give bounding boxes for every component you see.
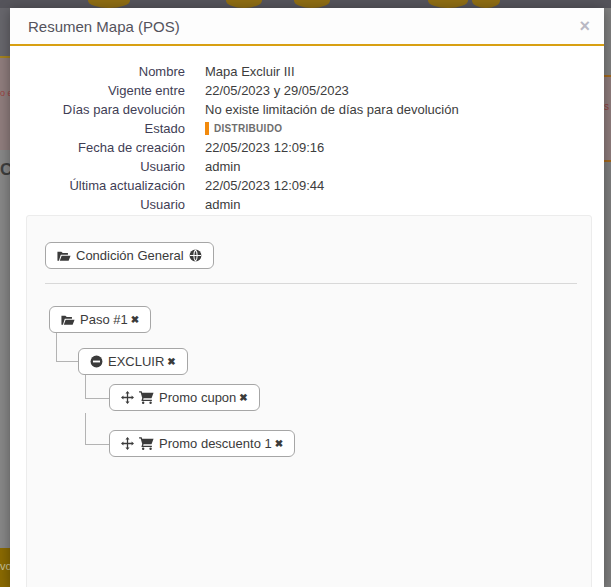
summary-row: Última actualización 22/05/2023 12:09:44	[10, 176, 604, 195]
tree-node-promo-descuento-1[interactable]: Promo descuento 1 ✖	[109, 430, 295, 457]
background-logo-blob	[428, 0, 468, 8]
background-alert-fragment: o e	[0, 58, 10, 150]
summary-label: Usuario	[10, 195, 185, 214]
tree-node-label: EXCLUIR	[108, 354, 164, 369]
background-alert-text-right: s	[604, 101, 609, 112]
status-indicator-bar	[205, 122, 209, 135]
background-logo-blob	[294, 0, 330, 8]
cart-icon	[139, 391, 154, 404]
tree-node-label: Condición General	[76, 248, 184, 263]
tree-panel: Condición General Paso #1 ✖ E	[26, 215, 592, 587]
tree-connector	[56, 331, 79, 362]
tree-connector	[85, 413, 110, 445]
background-alert-text: o e	[0, 88, 10, 98]
remove-icon[interactable]: ✖	[275, 438, 283, 449]
tree-node-excluir[interactable]: EXCLUIR ✖	[78, 348, 188, 375]
modal-body: Nombre Mapa Excluir III Vigente entre 22…	[10, 46, 604, 587]
summary-label: Última actualización	[10, 176, 185, 195]
tree-node-label: Promo descuento 1	[159, 436, 272, 451]
move-icon[interactable]	[121, 391, 134, 404]
background-button-text: vo	[0, 560, 10, 572]
tree-node-condicion-general[interactable]: Condición General	[45, 242, 214, 269]
minus-circle-icon	[90, 355, 103, 368]
summary-label: Estado	[10, 119, 185, 138]
summary-label: Usuario	[10, 157, 185, 176]
modal-header: Resumen Mapa (POS) ×	[10, 8, 604, 46]
status-badge: DISTRIBUIDO	[205, 119, 282, 138]
tree-node-label: Paso #1	[80, 312, 128, 327]
summary-value: Mapa Excluir III	[205, 62, 295, 81]
remove-icon[interactable]: ✖	[239, 392, 247, 403]
summary-label: Nombre	[10, 62, 185, 81]
summary-row: Días para devolución No existe limitació…	[10, 100, 604, 119]
summary-row: Nombre Mapa Excluir III	[10, 62, 604, 81]
remove-icon[interactable]: ✖	[167, 356, 175, 367]
summary-label: Fecha de creación	[10, 138, 185, 157]
remove-icon[interactable]: ✖	[131, 314, 139, 325]
folder-open-icon	[61, 314, 75, 326]
summary-label: Días para devolución	[10, 100, 185, 119]
background-top-bar	[0, 0, 611, 8]
globe-icon	[189, 249, 202, 262]
summary-label: Vigente entre	[10, 81, 185, 100]
summary-row: Usuario admin	[10, 195, 604, 214]
close-icon[interactable]: ×	[579, 17, 590, 35]
background-logo-blob	[88, 0, 130, 8]
map-summary: Nombre Mapa Excluir III Vigente entre 22…	[10, 62, 604, 214]
tree-node-paso-1[interactable]: Paso #1 ✖	[49, 306, 151, 333]
background-left-strip: o e CI vo	[0, 8, 10, 587]
summary-value: No existe limitación de días para devolu…	[205, 100, 459, 119]
cart-icon	[139, 437, 154, 450]
tree-connector	[85, 373, 110, 399]
background-alert-fragment-right: s	[604, 75, 611, 162]
background-header-strip	[0, 8, 10, 56]
summary-row: Estado DISTRIBUIDO	[10, 119, 604, 138]
tree-node-promo-cupon[interactable]: Promo cupon ✖	[109, 384, 260, 411]
background-logo-blob	[472, 0, 500, 8]
summary-row: Fecha de creación 22/05/2023 12:09:16	[10, 138, 604, 157]
summary-value: admin	[205, 157, 240, 176]
background-button-fragment: vo	[0, 548, 10, 587]
tree-divider	[45, 283, 577, 284]
resumen-mapa-modal: Resumen Mapa (POS) × Nombre Mapa Excluir…	[10, 8, 604, 587]
summary-value: 22/05/2023 12:09:44	[205, 176, 324, 195]
background-heading-fragment: CI	[0, 160, 10, 180]
summary-row: Vigente entre 22/05/2023 y 29/05/2023	[10, 81, 604, 100]
status-text: DISTRIBUIDO	[214, 119, 282, 138]
background-logo-blob	[226, 0, 262, 8]
tree-node-label: Promo cupon	[159, 390, 236, 405]
background-right-strip: s	[604, 8, 611, 587]
folder-open-icon	[57, 250, 71, 262]
summary-value: 22/05/2023 y 29/05/2023	[205, 81, 349, 100]
summary-row: Usuario admin	[10, 157, 604, 176]
move-icon[interactable]	[121, 437, 134, 450]
modal-title: Resumen Mapa (POS)	[28, 18, 579, 35]
summary-value: 22/05/2023 12:09:16	[205, 138, 324, 157]
summary-value: admin	[205, 195, 240, 214]
